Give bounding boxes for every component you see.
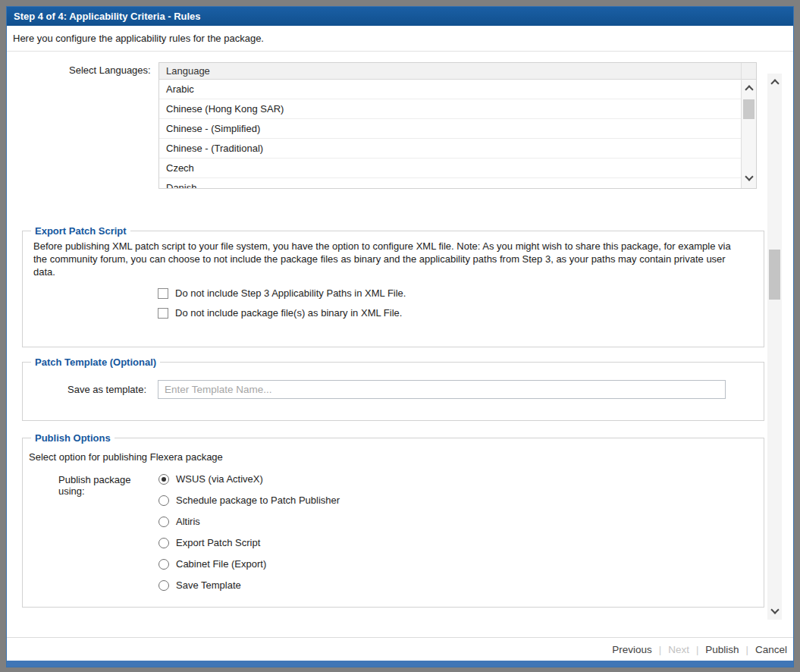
checkbox-row-package-binary: Do not include package file(s) as binary…	[158, 307, 764, 319]
dialog-subtitle: Here you configure the applicability rul…	[7, 26, 793, 52]
languages-listbox: Language Arabic Chinese (Hong Kong SAR) …	[158, 62, 757, 189]
content-scroll-up-button[interactable]	[767, 74, 782, 90]
content-area: Select Languages: Language Arabic Chines…	[7, 52, 793, 637]
publish-options-description: Select option for publishing Flexera pac…	[29, 451, 764, 463]
chevron-up-icon	[745, 85, 753, 93]
listbox-scrollbar-thumb[interactable]	[743, 99, 755, 119]
cabinet-file-radio-label[interactable]: Cabinet File (Export)	[176, 558, 266, 570]
language-column-header[interactable]: Language	[159, 63, 741, 80]
footer-separator: |	[659, 644, 661, 655]
wsus-radio[interactable]	[158, 474, 169, 485]
listbox-scrollbar[interactable]	[741, 63, 756, 188]
bottom-accent-strip	[7, 661, 793, 667]
checkbox-row-applicability-paths: Do not include Step 3 Applicability Path…	[158, 287, 764, 299]
radio-row-cabinet-file: Cabinet File (Export)	[158, 558, 340, 570]
language-row-chinese-hk[interactable]: Chinese (Hong Kong SAR)	[159, 99, 741, 119]
export-patch-script-description: Before publishing XML patch script to yo…	[33, 240, 735, 278]
exclude-package-binary-label[interactable]: Do not include package file(s) as binary…	[175, 307, 402, 319]
chevron-down-icon	[770, 605, 779, 614]
patch-publisher-radio-label[interactable]: Schedule package to Patch Publisher	[176, 495, 340, 506]
patch-template-legend: Patch Template (Optional)	[31, 356, 160, 368]
wizard-dialog: Step 4 of 4: Applicability Criteria - Ru…	[6, 6, 794, 667]
footer-separator: |	[746, 644, 748, 655]
wsus-radio-label[interactable]: WSUS (via ActiveX)	[176, 473, 263, 485]
language-row-chinese-simplified[interactable]: Chinese - (Simplified)	[159, 119, 741, 139]
radio-row-patch-publisher: Schedule package to Patch Publisher	[158, 495, 340, 506]
languages-list: Language Arabic Chinese (Hong Kong SAR) …	[159, 63, 741, 188]
export-patch-script-legend: Export Patch Script	[31, 225, 130, 237]
altiris-radio[interactable]	[158, 517, 169, 527]
template-name-input[interactable]	[158, 380, 726, 399]
altiris-radio-label[interactable]: Altiris	[176, 516, 200, 527]
listbox-scroll-down-button[interactable]	[742, 170, 756, 187]
exclude-applicability-paths-checkbox[interactable]	[158, 288, 168, 299]
patch-template-group: Patch Template (Optional) Save as templa…	[22, 356, 764, 421]
language-row-czech[interactable]: Czech	[159, 159, 741, 178]
template-row: Save as template:	[67, 380, 764, 399]
publish-options-legend: Publish Options	[31, 432, 115, 444]
publish-row: Publish package using: WSUS (via ActiveX…	[58, 473, 764, 591]
radio-row-wsus: WSUS (via ActiveX)	[158, 473, 340, 485]
radio-row-altiris: Altiris	[158, 516, 340, 527]
footer-bar: Previous | Next | Publish | Cancel	[7, 637, 793, 661]
publish-options-radiogroup: WSUS (via ActiveX) Schedule package to P…	[158, 473, 340, 591]
exclude-package-binary-checkbox[interactable]	[158, 308, 168, 319]
dialog-title: Step 4 of 4: Applicability Criteria - Ru…	[14, 11, 201, 22]
save-template-radio-label[interactable]: Save Template	[176, 579, 241, 591]
language-row-danish[interactable]: Danish	[159, 178, 741, 188]
export-patch-script-radio-label[interactable]: Export Patch Script	[176, 537, 260, 548]
content-scrollbar-thumb[interactable]	[769, 250, 780, 300]
publish-options-group: Publish Options Select option for publis…	[22, 432, 764, 608]
select-languages-label: Select Languages:	[69, 64, 151, 76]
export-patch-script-group: Export Patch Script Before publishing XM…	[22, 225, 764, 347]
exclude-applicability-paths-label[interactable]: Do not include Step 3 Applicability Path…	[175, 287, 406, 299]
chevron-up-icon	[770, 79, 779, 87]
publish-button[interactable]: Publish	[705, 644, 739, 655]
next-button[interactable]: Next	[668, 644, 689, 655]
radio-row-save-template: Save Template	[158, 579, 340, 591]
cabinet-file-radio[interactable]	[158, 559, 169, 570]
footer-separator: |	[696, 644, 698, 655]
previous-button[interactable]: Previous	[612, 644, 652, 655]
listbox-scroll-up-button[interactable]	[742, 80, 756, 96]
dialog-titlebar: Step 4 of 4: Applicability Criteria - Ru…	[7, 7, 793, 26]
patch-publisher-radio[interactable]	[158, 495, 169, 506]
export-patch-script-radio[interactable]	[158, 538, 169, 548]
chevron-down-icon	[745, 172, 753, 181]
publish-package-using-label: Publish package using:	[58, 473, 158, 591]
save-template-radio[interactable]	[158, 580, 169, 591]
listbox-scrollbar-header-spacer	[742, 63, 756, 80]
language-row-chinese-traditional[interactable]: Chinese - (Traditional)	[159, 139, 741, 159]
cancel-button[interactable]: Cancel	[755, 644, 787, 655]
language-row-arabic[interactable]: Arabic	[159, 80, 741, 99]
save-as-template-label: Save as template:	[67, 384, 158, 395]
content-scrollbar[interactable]	[767, 74, 782, 620]
radio-row-export-patch-script: Export Patch Script	[158, 537, 340, 548]
content-scroll-down-button[interactable]	[767, 603, 782, 620]
